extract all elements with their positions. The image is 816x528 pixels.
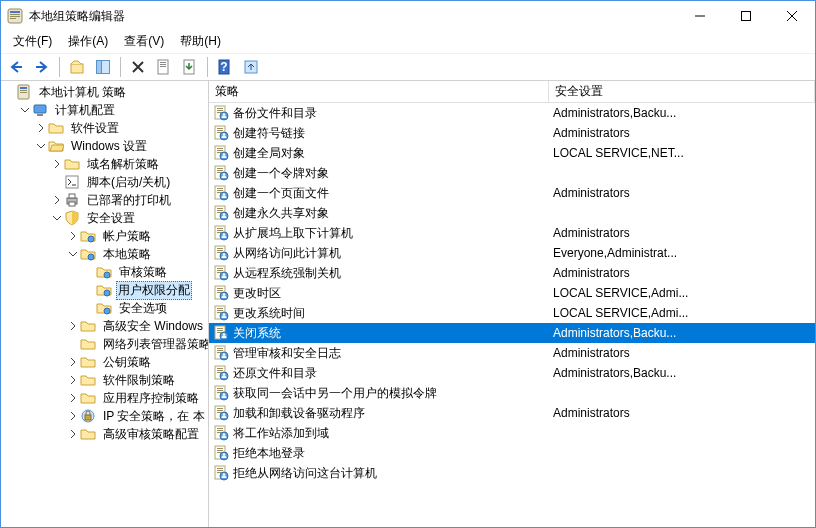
tree-item[interactable]: 应用程序控制策略 (1, 389, 209, 407)
tree-item[interactable]: 本地策略 (1, 245, 209, 263)
expander-closed-icon[interactable] (51, 194, 63, 206)
delete-button[interactable] (127, 56, 149, 78)
tree-item[interactable]: 本地计算机 策略 (1, 83, 209, 101)
list-row[interactable]: 关闭系统Administrators,Backu... (209, 323, 815, 343)
expander-closed-icon[interactable] (67, 374, 79, 386)
list-row[interactable]: 获取同一会话中另一个用户的模拟令牌 (209, 383, 815, 403)
expander-open-icon[interactable] (19, 104, 31, 116)
forward-button[interactable] (31, 56, 53, 78)
expander-closed-icon[interactable] (67, 410, 79, 422)
svg-rect-71 (217, 228, 223, 229)
minimize-button[interactable] (677, 1, 723, 31)
menu-file[interactable]: 文件(F) (5, 31, 60, 52)
refresh-button[interactable] (240, 56, 262, 78)
tree-item[interactable]: 已部署的打印机 (1, 191, 209, 209)
svg-rect-90 (217, 290, 223, 291)
svg-rect-61 (217, 192, 221, 193)
svg-rect-83 (217, 268, 223, 269)
close-button[interactable] (769, 1, 815, 31)
list-row[interactable]: 创建全局对象LOCAL SERVICE,NET... (209, 143, 815, 163)
properties-button[interactable] (153, 56, 175, 78)
expander-open-icon[interactable] (51, 212, 63, 224)
show-hide-tree-button[interactable] (92, 56, 114, 78)
list-body[interactable]: 备份文件和目录Administrators,Backu...创建符号链接Admi… (209, 103, 815, 527)
title-bar[interactable]: 本地组策略编辑器 (1, 1, 815, 31)
column-header-setting[interactable]: 安全设置 (549, 81, 815, 102)
list-row[interactable]: 备份文件和目录Administrators,Backu... (209, 103, 815, 123)
policy-setting: Administrators,Backu... (549, 106, 815, 120)
menu-help[interactable]: 帮助(H) (172, 31, 229, 52)
expander-closed-icon[interactable] (67, 320, 79, 332)
toolbar-separator (120, 57, 121, 77)
policy-name: 创建一个页面文件 (233, 185, 329, 202)
svg-rect-25 (69, 194, 75, 198)
expander-closed-icon[interactable] (51, 158, 63, 170)
expander-closed-icon[interactable] (67, 392, 79, 404)
tree-item[interactable]: 脚本(启动/关机) (1, 173, 209, 191)
tree-item[interactable]: 安全选项 (1, 299, 209, 317)
tree-item[interactable]: 域名解析策略 (1, 155, 209, 173)
tree-item[interactable]: 网络列表管理器策略 (1, 335, 209, 353)
svg-rect-143 (217, 468, 223, 469)
policy-setting: Administrators (549, 406, 815, 420)
tree-item[interactable]: 高级审核策略配置 (1, 425, 209, 443)
tree-item-label: 软件设置 (71, 121, 119, 135)
list-row[interactable]: 拒绝本地登录 (209, 443, 815, 463)
svg-point-141 (223, 453, 226, 456)
list-row[interactable]: 还原文件和目录Administrators,Backu... (209, 363, 815, 383)
expander-closed-icon[interactable] (67, 356, 79, 368)
maximize-button[interactable] (723, 1, 769, 31)
tree-item[interactable]: 软件设置 (1, 119, 209, 137)
tree-item[interactable]: 公钥策略 (1, 353, 209, 371)
policy-icon (213, 365, 229, 381)
column-header-policy[interactable]: 策略 (209, 81, 549, 102)
expander-open-icon[interactable] (35, 140, 47, 152)
policy-name: 从扩展坞上取下计算机 (233, 225, 353, 242)
tree-pane[interactable]: 本地计算机 策略计算机配置软件设置Windows 设置域名解析策略脚本(启动/关… (1, 81, 209, 527)
list-row[interactable]: 加载和卸载设备驱动程序Administrators (209, 403, 815, 423)
tree-item[interactable]: 软件限制策略 (1, 371, 209, 389)
expander-open-icon[interactable] (67, 248, 79, 260)
svg-point-75 (223, 233, 226, 236)
menu-view[interactable]: 查看(V) (116, 31, 172, 52)
list-row[interactable]: 拒绝从网络访问这台计算机 (209, 463, 815, 483)
up-button[interactable] (66, 56, 88, 78)
folder-acc-icon (80, 228, 96, 244)
list-row[interactable]: 从远程系统强制关机Administrators (209, 263, 815, 283)
svg-point-117 (223, 373, 226, 376)
list-row[interactable]: 更改系统时间LOCAL SERVICE,Admi... (209, 303, 815, 323)
list-row[interactable]: 管理审核和安全日志Administrators (209, 343, 815, 363)
tree-item[interactable]: IP 安全策略，在 本 (1, 407, 209, 425)
list-row[interactable]: 从网络访问此计算机Everyone,Administrat... (209, 243, 815, 263)
list-row[interactable]: 从扩展坞上取下计算机Administrators (209, 223, 815, 243)
policy-icon (213, 325, 229, 341)
tree-item-label: 网络列表管理器策略 (103, 337, 209, 351)
menu-action[interactable]: 操作(A) (60, 31, 116, 52)
svg-rect-49 (217, 152, 221, 153)
list-row[interactable]: 创建符号链接Administrators (209, 123, 815, 143)
tree-item[interactable]: Windows 设置 (1, 137, 209, 155)
expander-closed-icon[interactable] (67, 230, 79, 242)
tree-item[interactable]: 高级安全 Windows (1, 317, 209, 335)
list-row[interactable]: 更改时区LOCAL SERVICE,Admi... (209, 283, 815, 303)
list-row[interactable]: 将工作站添加到域 (209, 423, 815, 443)
tree-item[interactable]: 计算机配置 (1, 101, 209, 119)
svg-rect-5 (742, 12, 751, 21)
list-row[interactable]: 创建一个页面文件Administrators (209, 183, 815, 203)
list-row[interactable]: 创建永久共享对象 (209, 203, 815, 223)
tree-item[interactable]: 安全设置 (1, 209, 209, 227)
expander-closed-icon[interactable] (67, 428, 79, 440)
expander-closed-icon[interactable] (35, 122, 47, 134)
tree-item-label: 审核策略 (119, 265, 167, 279)
back-button[interactable] (5, 56, 27, 78)
help-button[interactable]: ? (214, 56, 236, 78)
export-button[interactable] (179, 56, 201, 78)
list-row[interactable]: 创建一个令牌对象 (209, 163, 815, 183)
tree-item[interactable]: 用户权限分配 (1, 281, 209, 299)
expander-none (67, 338, 79, 350)
tree-item[interactable]: 帐户策略 (1, 227, 209, 245)
policy-setting: Administrators (549, 266, 815, 280)
folder-icon (80, 390, 96, 406)
svg-rect-97 (217, 312, 221, 313)
tree-item[interactable]: 审核策略 (1, 263, 209, 281)
